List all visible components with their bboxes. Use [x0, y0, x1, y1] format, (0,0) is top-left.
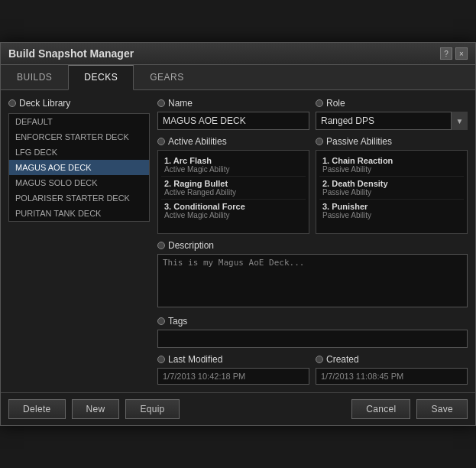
ability-item[interactable]: 3. Punisher Passive Ability: [319, 200, 464, 222]
last-modified-group: Last Modified: [157, 354, 309, 385]
help-button[interactable]: ?: [440, 47, 452, 60]
tags-label-text: Tags: [168, 316, 187, 327]
abilities-row: Active Abilities 1. Arc Flash Active Mag…: [157, 136, 468, 234]
last-modified-icon: [157, 356, 165, 363]
ability-type: Active Ranged Ability: [164, 188, 303, 197]
title-controls: ? ×: [440, 47, 468, 60]
passive-label-text: Passive Abilities: [326, 136, 392, 147]
date-row: Last Modified Created: [157, 354, 468, 385]
sidebar: Deck Library DEFAULT ENFORCER STARTER DE…: [8, 98, 150, 385]
ability-type: Active Magic Ability: [164, 165, 303, 174]
sidebar-header: Deck Library: [8, 98, 150, 109]
created-label: Created: [316, 354, 468, 365]
active-label-text: Active Abilities: [168, 136, 227, 147]
last-modified-label: Last Modified: [157, 354, 309, 365]
tags-input[interactable]: [157, 330, 468, 348]
created-icon: [316, 356, 323, 363]
ability-item[interactable]: 1. Arc Flash Active Magic Ability: [161, 154, 306, 177]
ability-name: 2. Raging Bullet: [164, 179, 303, 188]
description-label: Description: [157, 240, 468, 251]
active-abilities-list: 1. Arc Flash Active Magic Ability 2. Rag…: [157, 150, 309, 234]
build-snapshot-modal: Build Snapshot Manager ? × BUILDS DECKS …: [0, 42, 476, 426]
role-label: Role: [316, 98, 468, 109]
list-item[interactable]: MAGUS AOE DECK: [9, 160, 149, 175]
ability-name: 3. Conditional Force: [164, 202, 303, 211]
ability-name: 2. Death Density: [322, 179, 461, 188]
created-input: [316, 368, 468, 385]
ability-type: Passive Ability: [322, 211, 461, 219]
sidebar-title: Deck Library: [19, 98, 70, 109]
description-label-text: Description: [168, 240, 214, 251]
ability-name: 3. Punisher: [322, 202, 461, 211]
description-textarea[interactable]: This is my Magus AoE Deck...: [157, 254, 468, 307]
modal-bottom: Delete New Equip Cancel Save: [1, 392, 475, 425]
close-button[interactable]: ×: [455, 47, 468, 60]
active-icon: [157, 138, 165, 145]
description-icon: [157, 242, 165, 249]
equip-button[interactable]: Equip: [125, 399, 179, 419]
right-panel: Name Role Ranged DPS Melee DPS Tank: [157, 98, 468, 385]
name-role-row: Name Role Ranged DPS Melee DPS Tank: [157, 98, 468, 130]
passive-icon: [316, 138, 323, 145]
ability-name: 1. Arc Flash: [164, 156, 303, 165]
role-select-wrapper: Ranged DPS Melee DPS Tank Healer ▼: [316, 112, 468, 130]
ability-item[interactable]: 2. Death Density Passive Ability: [319, 177, 464, 200]
ability-type: Active Magic Ability: [164, 211, 303, 219]
list-item[interactable]: PURITAN TANK DECK: [9, 206, 149, 221]
role-select[interactable]: Ranged DPS Melee DPS Tank Healer: [316, 112, 468, 130]
deck-library-icon: [8, 99, 16, 107]
name-label-text: Name: [168, 98, 193, 109]
modal-title-bar: Build Snapshot Manager ? ×: [1, 43, 475, 65]
tab-decks[interactable]: DECKS: [68, 65, 134, 90]
tags-group: Tags: [157, 316, 468, 348]
last-modified-input: [157, 368, 309, 385]
passive-abilities-label: Passive Abilities: [316, 136, 468, 147]
created-group: Created: [316, 354, 468, 385]
passive-abilities-panel: Passive Abilities 1. Chain Reaction Pass…: [316, 136, 468, 234]
ability-item[interactable]: 1. Chain Reaction Passive Ability: [319, 154, 464, 177]
new-button[interactable]: New: [72, 399, 120, 419]
bottom-left-buttons: Delete New Equip: [8, 399, 180, 419]
last-modified-label-text: Last Modified: [168, 354, 222, 365]
active-abilities-label: Active Abilities: [157, 136, 309, 147]
tab-builds[interactable]: BUILDS: [1, 65, 68, 89]
tab-gears[interactable]: GEARS: [134, 65, 200, 89]
save-button[interactable]: Save: [416, 399, 468, 419]
list-item[interactable]: POLARISER STARTER DECK: [9, 190, 149, 206]
role-icon: [316, 99, 323, 107]
ability-name: 1. Chain Reaction: [322, 156, 461, 165]
ability-type: Passive Ability: [322, 165, 461, 174]
ability-type: Passive Ability: [322, 188, 461, 197]
ability-item[interactable]: 2. Raging Bullet Active Ranged Ability: [161, 177, 306, 200]
cancel-button[interactable]: Cancel: [351, 399, 410, 419]
description-group: Description This is my Magus AoE Deck...: [157, 240, 468, 310]
name-label: Name: [157, 98, 309, 109]
active-abilities-panel: Active Abilities 1. Arc Flash Active Mag…: [157, 136, 309, 234]
list-item[interactable]: LFG DECK: [9, 145, 149, 160]
deck-list: DEFAULT ENFORCER STARTER DECK LFG DECK M…: [8, 113, 150, 222]
tags-icon: [157, 317, 165, 325]
bottom-right-buttons: Cancel Save: [351, 399, 468, 419]
ability-item[interactable]: 3. Conditional Force Active Magic Abilit…: [161, 200, 306, 222]
name-icon: [157, 99, 165, 107]
delete-button[interactable]: Delete: [8, 399, 66, 419]
modal-body: Deck Library DEFAULT ENFORCER STARTER DE…: [1, 90, 475, 392]
list-item[interactable]: ENFORCER STARTER DECK: [9, 129, 149, 145]
passive-abilities-list: 1. Chain Reaction Passive Ability 2. Dea…: [316, 150, 468, 234]
created-label-text: Created: [326, 354, 359, 365]
modal-title: Build Snapshot Manager: [8, 47, 134, 60]
role-label-text: Role: [326, 98, 345, 109]
role-group: Role Ranged DPS Melee DPS Tank Healer ▼: [316, 98, 468, 130]
name-group: Name: [157, 98, 309, 130]
list-item[interactable]: DEFAULT: [9, 114, 149, 129]
list-item[interactable]: MAGUS SOLO DECK: [9, 175, 149, 190]
tags-label: Tags: [157, 316, 468, 327]
name-input[interactable]: [157, 112, 309, 130]
tab-bar: BUILDS DECKS GEARS: [1, 65, 475, 90]
